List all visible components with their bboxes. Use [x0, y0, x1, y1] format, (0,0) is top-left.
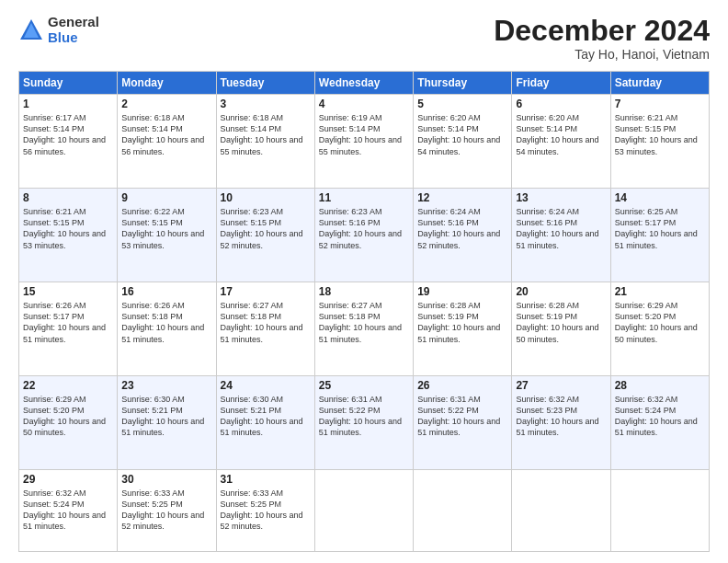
table-row: 11 Sunrise: 6:23 AMSunset: 5:16 PMDaylig… [314, 189, 413, 282]
col-header-monday: Monday [118, 72, 216, 95]
table-row: 20 Sunrise: 6:28 AMSunset: 5:19 PMDaylig… [512, 282, 610, 376]
table-row: 22 Sunrise: 6:29 AMSunset: 5:20 PMDaylig… [19, 376, 118, 470]
day-info: Sunrise: 6:30 AMSunset: 5:21 PMDaylight:… [121, 395, 204, 437]
day-number: 7 [615, 98, 705, 110]
page: General Blue December 2024 Tay Ho, Hanoi… [0, 0, 728, 563]
table-row: 24 Sunrise: 6:30 AMSunset: 5:21 PMDaylig… [216, 376, 314, 470]
day-number: 28 [615, 379, 705, 392]
table-row: 2 Sunrise: 6:18 AMSunset: 5:14 PMDayligh… [118, 95, 216, 189]
day-number: 26 [417, 379, 507, 392]
table-row: 4 Sunrise: 6:19 AMSunset: 5:14 PMDayligh… [314, 95, 413, 189]
table-row: 18 Sunrise: 6:27 AMSunset: 5:18 PMDaylig… [314, 282, 413, 376]
logo-icon [18, 17, 44, 43]
day-number: 17 [221, 285, 311, 298]
day-number: 20 [516, 285, 606, 298]
day-info: Sunrise: 6:28 AMSunset: 5:19 PMDaylight:… [417, 301, 500, 343]
day-number: 24 [221, 379, 311, 392]
day-info: Sunrise: 6:31 AMSunset: 5:22 PMDaylight:… [417, 395, 500, 437]
day-info: Sunrise: 6:27 AMSunset: 5:18 PMDaylight:… [319, 301, 402, 343]
day-info: Sunrise: 6:32 AMSunset: 5:23 PMDaylight:… [516, 395, 598, 437]
day-info: Sunrise: 6:26 AMSunset: 5:18 PMDaylight:… [121, 301, 204, 343]
day-number: 30 [121, 473, 211, 486]
day-number: 10 [221, 191, 311, 204]
day-info: Sunrise: 6:21 AMSunset: 5:15 PMDaylight:… [615, 113, 698, 155]
table-row: 29 Sunrise: 6:32 AMSunset: 5:24 PMDaylig… [19, 470, 118, 552]
day-info: Sunrise: 6:20 AMSunset: 5:14 PMDaylight:… [417, 113, 500, 155]
subtitle: Tay Ho, Hanoi, Vietnam [494, 47, 710, 62]
day-number: 13 [516, 191, 606, 204]
header: General Blue December 2024 Tay Ho, Hanoi… [18, 15, 710, 62]
day-info: Sunrise: 6:23 AMSunset: 5:16 PMDaylight:… [319, 207, 402, 249]
table-row: 17 Sunrise: 6:27 AMSunset: 5:18 PMDaylig… [216, 282, 314, 376]
table-row: 15 Sunrise: 6:26 AMSunset: 5:17 PMDaylig… [19, 282, 118, 376]
day-number: 5 [417, 98, 507, 110]
table-row: 5 Sunrise: 6:20 AMSunset: 5:14 PMDayligh… [414, 95, 512, 189]
table-row: 27 Sunrise: 6:32 AMSunset: 5:23 PMDaylig… [512, 376, 610, 470]
table-row: 1 Sunrise: 6:17 AMSunset: 5:14 PMDayligh… [19, 95, 118, 189]
table-row [610, 470, 709, 552]
calendar-table: SundayMondayTuesdayWednesdayThursdayFrid… [18, 71, 710, 552]
day-number: 23 [121, 379, 211, 392]
col-header-sunday: Sunday [19, 72, 118, 95]
day-number: 18 [319, 285, 409, 298]
day-info: Sunrise: 6:33 AMSunset: 5:25 PMDaylight:… [221, 488, 303, 531]
day-info: Sunrise: 6:24 AMSunset: 5:16 PMDaylight:… [516, 207, 598, 249]
table-row: 26 Sunrise: 6:31 AMSunset: 5:22 PMDaylig… [414, 376, 512, 470]
table-row: 12 Sunrise: 6:24 AMSunset: 5:16 PMDaylig… [414, 189, 512, 282]
day-number: 22 [23, 379, 113, 392]
day-info: Sunrise: 6:19 AMSunset: 5:14 PMDaylight:… [319, 113, 402, 155]
day-number: 11 [319, 191, 409, 204]
table-row: 30 Sunrise: 6:33 AMSunset: 5:25 PMDaylig… [118, 470, 216, 552]
col-header-friday: Friday [512, 72, 610, 95]
table-row [314, 470, 413, 552]
title-block: December 2024 Tay Ho, Hanoi, Vietnam [494, 15, 710, 62]
table-row: 19 Sunrise: 6:28 AMSunset: 5:19 PMDaylig… [414, 282, 512, 376]
table-row: 21 Sunrise: 6:29 AMSunset: 5:20 PMDaylig… [610, 282, 709, 376]
day-info: Sunrise: 6:20 AMSunset: 5:14 PMDaylight:… [516, 113, 598, 155]
day-info: Sunrise: 6:27 AMSunset: 5:18 PMDaylight:… [221, 301, 303, 343]
day-number: 1 [23, 98, 113, 110]
table-row: 8 Sunrise: 6:21 AMSunset: 5:15 PMDayligh… [19, 189, 118, 282]
day-info: Sunrise: 6:31 AMSunset: 5:22 PMDaylight:… [319, 395, 402, 437]
table-row: 9 Sunrise: 6:22 AMSunset: 5:15 PMDayligh… [118, 189, 216, 282]
day-number: 3 [221, 98, 311, 110]
day-number: 29 [23, 473, 113, 486]
day-number: 19 [417, 285, 507, 298]
logo-text: General Blue [48, 15, 99, 45]
table-row: 13 Sunrise: 6:24 AMSunset: 5:16 PMDaylig… [512, 189, 610, 282]
day-info: Sunrise: 6:18 AMSunset: 5:14 PMDaylight:… [121, 113, 204, 155]
table-row: 10 Sunrise: 6:23 AMSunset: 5:15 PMDaylig… [216, 189, 314, 282]
logo: General Blue [18, 15, 99, 45]
day-number: 31 [221, 473, 311, 486]
day-number: 9 [121, 191, 211, 204]
day-info: Sunrise: 6:24 AMSunset: 5:16 PMDaylight:… [417, 207, 500, 249]
day-info: Sunrise: 6:22 AMSunset: 5:15 PMDaylight:… [121, 207, 204, 249]
col-header-thursday: Thursday [414, 72, 512, 95]
day-info: Sunrise: 6:25 AMSunset: 5:17 PMDaylight:… [615, 207, 698, 249]
logo-general: General [48, 15, 99, 30]
day-number: 8 [23, 191, 113, 204]
day-number: 12 [417, 191, 507, 204]
table-row: 7 Sunrise: 6:21 AMSunset: 5:15 PMDayligh… [610, 95, 709, 189]
table-row: 16 Sunrise: 6:26 AMSunset: 5:18 PMDaylig… [118, 282, 216, 376]
table-row: 25 Sunrise: 6:31 AMSunset: 5:22 PMDaylig… [314, 376, 413, 470]
day-number: 4 [319, 98, 409, 110]
day-info: Sunrise: 6:18 AMSunset: 5:14 PMDaylight:… [221, 113, 303, 155]
day-number: 21 [615, 285, 705, 298]
table-row [512, 470, 610, 552]
day-number: 27 [516, 379, 606, 392]
day-info: Sunrise: 6:23 AMSunset: 5:15 PMDaylight:… [221, 207, 303, 249]
day-info: Sunrise: 6:32 AMSunset: 5:24 PMDaylight:… [23, 488, 106, 531]
day-info: Sunrise: 6:17 AMSunset: 5:14 PMDaylight:… [23, 113, 106, 155]
table-row: 28 Sunrise: 6:32 AMSunset: 5:24 PMDaylig… [610, 376, 709, 470]
table-row: 6 Sunrise: 6:20 AMSunset: 5:14 PMDayligh… [512, 95, 610, 189]
col-header-tuesday: Tuesday [216, 72, 314, 95]
day-number: 16 [121, 285, 211, 298]
day-info: Sunrise: 6:26 AMSunset: 5:17 PMDaylight:… [23, 301, 106, 343]
day-info: Sunrise: 6:29 AMSunset: 5:20 PMDaylight:… [23, 395, 106, 437]
table-row [414, 470, 512, 552]
col-header-wednesday: Wednesday [314, 72, 413, 95]
month-title: December 2024 [494, 15, 710, 47]
day-info: Sunrise: 6:21 AMSunset: 5:15 PMDaylight:… [23, 207, 106, 249]
table-row: 31 Sunrise: 6:33 AMSunset: 5:25 PMDaylig… [216, 470, 314, 552]
